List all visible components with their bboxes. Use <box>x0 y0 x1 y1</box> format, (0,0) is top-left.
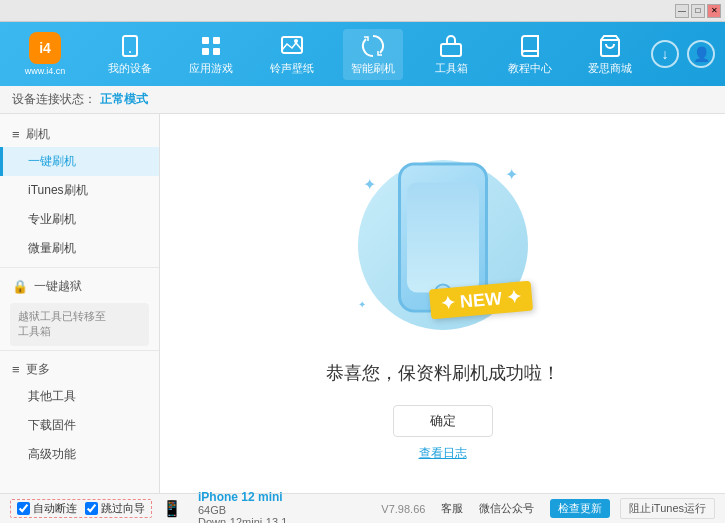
svg-rect-3 <box>213 37 220 44</box>
content-area: ✦ ✦ ✦ ✦ NEW ✦ 恭喜您，保资料刷机成功啦！ 确定 查看日志 <box>160 114 725 493</box>
nav-tutorial[interactable]: 教程中心 <box>500 29 560 80</box>
jailbreak-notice: 越狱工具已转移至 工具箱 <box>10 303 149 346</box>
nav-store-label: 爱思商城 <box>588 61 632 76</box>
nav-store[interactable]: 爱思商城 <box>580 29 640 80</box>
sidebar-item-download-firmware[interactable]: 下载固件 <box>0 411 159 440</box>
close-button[interactable]: ✕ <box>707 4 721 18</box>
status-label: 设备连接状态： <box>12 91 96 108</box>
version-label: V7.98.66 <box>381 503 425 515</box>
more-icon: ≡ <box>12 362 20 377</box>
customer-service-link[interactable]: 客服 <box>441 501 463 516</box>
sidebar-item-itunes-flash[interactable]: iTunes刷机 <box>0 176 159 205</box>
device-info: iPhone 12 mini 64GB Down-12mini-13,1 <box>198 490 287 524</box>
apps-icon <box>198 33 224 59</box>
minimize-button[interactable]: — <box>675 4 689 18</box>
sidebar-item-wipe-flash[interactable]: 微量刷机 <box>0 234 159 263</box>
smart-flash-icon <box>360 33 386 59</box>
logo-subtitle: www.i4.cn <box>25 66 66 76</box>
flash-section-icon: ≡ <box>12 127 20 142</box>
check-update-button[interactable]: 检查更新 <box>550 499 610 518</box>
header: i4 www.i4.cn 我的设备 应用游戏 铃声壁纸 <box>0 22 725 86</box>
sidebar-divider-1 <box>0 267 159 268</box>
sparkle-tr: ✦ <box>505 165 518 184</box>
main-content: ≡ 刷机 一键刷机 iTunes刷机 专业刷机 微量刷机 🔒 一键越狱 越狱工具… <box>0 114 725 493</box>
logo-icon: i4 <box>29 32 61 64</box>
nav-smart-flash[interactable]: 智能刷机 <box>343 29 403 80</box>
view-log-link[interactable]: 查看日志 <box>419 445 467 462</box>
nav-wallpaper[interactable]: 铃声壁纸 <box>262 29 322 80</box>
tutorial-icon <box>517 33 543 59</box>
store-icon <box>597 33 623 59</box>
device-section: 📱 iPhone 12 mini 64GB Down-12mini-13,1 <box>162 490 287 524</box>
svg-rect-8 <box>441 44 461 56</box>
svg-rect-2 <box>202 37 209 44</box>
title-bar: — □ ✕ <box>0 0 725 22</box>
nav-apps-games[interactable]: 应用游戏 <box>181 29 241 80</box>
status-bar: 设备连接状态： 正常模式 <box>0 86 725 114</box>
nav-smart-flash-label: 智能刷机 <box>351 61 395 76</box>
itunes-status[interactable]: 阻止iTunes运行 <box>620 498 715 519</box>
new-badge-text: NEW <box>460 288 504 312</box>
sidebar-item-one-click-flash[interactable]: 一键刷机 <box>0 147 159 176</box>
wallpaper-icon <box>279 33 305 59</box>
nav-wallpaper-label: 铃声壁纸 <box>270 61 314 76</box>
sparkle-bl: ✦ <box>358 299 366 310</box>
svg-point-7 <box>294 39 298 43</box>
confirm-button[interactable]: 确定 <box>393 405 493 437</box>
nav-toolbox-label: 工具箱 <box>435 61 468 76</box>
window-controls: — □ ✕ <box>675 4 721 18</box>
new-badge-star-left: ✦ <box>440 292 457 313</box>
device-icon <box>117 33 143 59</box>
nav-right-controls: ↓ 👤 <box>651 40 715 68</box>
auto-disconnect-label: 自动断连 <box>33 501 77 516</box>
logo-area: i4 www.i4.cn <box>10 32 80 76</box>
nav-items: 我的设备 应用游戏 铃声壁纸 智能刷机 工具箱 <box>90 29 651 80</box>
sidebar-item-other-tools[interactable]: 其他工具 <box>0 382 159 411</box>
jailbreak-section-title: 🔒 一键越狱 <box>0 272 159 299</box>
bottom-right: V7.98.66 客服 微信公众号 检查更新 <box>381 499 610 518</box>
skip-wizard-checkbox[interactable]: 跳过向导 <box>85 501 145 516</box>
nav-toolbox[interactable]: 工具箱 <box>424 29 479 80</box>
nav-apps-label: 应用游戏 <box>189 61 233 76</box>
sparkle-tl: ✦ <box>363 175 376 194</box>
auto-disconnect-input[interactable] <box>17 502 30 515</box>
flash-section-label: 刷机 <box>26 126 50 143</box>
jailbreak-label: 一键越狱 <box>34 278 82 295</box>
device-capacity: 64GB <box>198 504 287 516</box>
sidebar: ≡ 刷机 一键刷机 iTunes刷机 专业刷机 微量刷机 🔒 一键越狱 越狱工具… <box>0 114 160 493</box>
logo-text: i4 <box>39 40 51 56</box>
nav-device-label: 我的设备 <box>108 61 152 76</box>
user-button[interactable]: 👤 <box>687 40 715 68</box>
status-value: 正常模式 <box>100 91 148 108</box>
svg-rect-4 <box>202 48 209 55</box>
skip-wizard-input[interactable] <box>85 502 98 515</box>
more-label: 更多 <box>26 361 50 378</box>
sidebar-item-advanced[interactable]: 高级功能 <box>0 440 159 469</box>
bottom-bar: 自动断连 跳过向导 📱 iPhone 12 mini 64GB Down-12m… <box>0 493 725 523</box>
nav-my-device[interactable]: 我的设备 <box>100 29 160 80</box>
lock-icon: 🔒 <box>12 279 28 294</box>
sidebar-item-pro-flash[interactable]: 专业刷机 <box>0 205 159 234</box>
auto-disconnect-checkbox[interactable]: 自动断连 <box>17 501 77 516</box>
device-os: Down-12mini-13,1 <box>198 516 287 524</box>
success-text: 恭喜您，保资料刷机成功啦！ <box>326 361 560 385</box>
flash-section-title: ≡ 刷机 <box>0 120 159 147</box>
bottom-checkboxes: 自动断连 跳过向导 <box>10 499 152 518</box>
svg-rect-6 <box>282 37 302 53</box>
download-button[interactable]: ↓ <box>651 40 679 68</box>
svg-rect-5 <box>213 48 220 55</box>
wechat-public-link[interactable]: 微信公众号 <box>479 501 534 516</box>
maximize-button[interactable]: □ <box>691 4 705 18</box>
nav-tutorial-label: 教程中心 <box>508 61 552 76</box>
new-badge-star-right: ✦ <box>507 286 524 307</box>
toolbox-icon <box>438 33 464 59</box>
skip-wizard-label: 跳过向导 <box>101 501 145 516</box>
sidebar-divider-2 <box>0 350 159 351</box>
more-section-title: ≡ 更多 <box>0 355 159 382</box>
device-name: iPhone 12 mini <box>198 490 287 504</box>
illustration: ✦ ✦ ✦ ✦ NEW ✦ <box>343 145 543 345</box>
phone-screen <box>407 183 479 293</box>
device-phone-icon: 📱 <box>162 499 182 518</box>
